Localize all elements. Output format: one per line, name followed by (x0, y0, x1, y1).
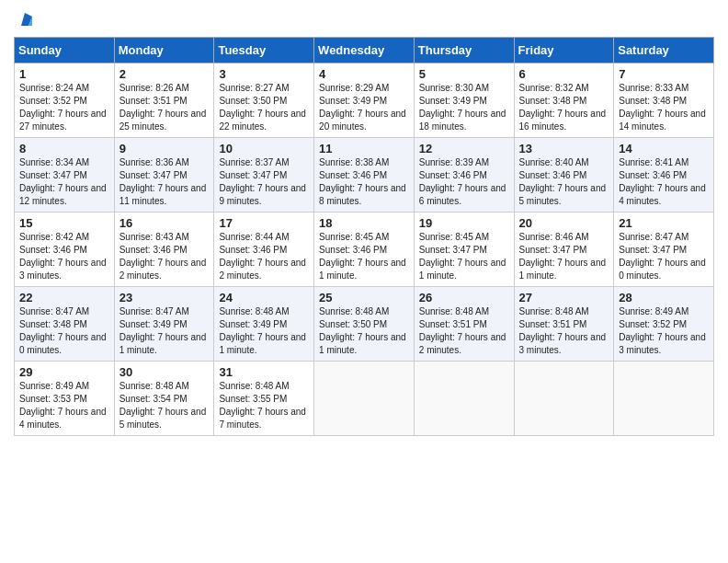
day-number: 20 (519, 216, 609, 230)
day-info: Sunrise: 8:48 AM Sunset: 3:49 PM Dayligh… (219, 305, 309, 357)
day-info: Sunrise: 8:45 AM Sunset: 3:47 PM Dayligh… (419, 231, 509, 282)
calendar-week-row: 1 Sunrise: 8:24 AM Sunset: 3:52 PM Dayli… (15, 63, 714, 138)
day-info: Sunrise: 8:33 AM Sunset: 3:48 PM Dayligh… (619, 82, 709, 133)
day-number: 23 (119, 291, 210, 304)
day-number: 27 (519, 291, 609, 304)
day-info: Sunrise: 8:27 AM Sunset: 3:50 PM Dayligh… (219, 82, 309, 133)
day-number: 28 (619, 291, 709, 304)
day-number: 3 (219, 67, 309, 81)
day-info: Sunrise: 8:40 AM Sunset: 3:46 PM Dayligh… (519, 156, 609, 208)
day-info: Sunrise: 8:30 AM Sunset: 3:49 PM Dayligh… (419, 82, 509, 133)
day-info: Sunrise: 8:39 AM Sunset: 3:46 PM Dayligh… (419, 156, 509, 208)
calendar-cell: 14 Sunrise: 8:41 AM Sunset: 3:46 PM Dayl… (614, 138, 714, 213)
day-of-week-header: Saturday (614, 38, 714, 63)
day-number: 2 (119, 67, 210, 81)
calendar-cell: 16 Sunrise: 8:43 AM Sunset: 3:46 PM Dayl… (114, 213, 214, 287)
day-number: 13 (519, 142, 609, 155)
calendar-cell: 31 Sunrise: 8:48 AM Sunset: 3:55 PM Dayl… (214, 362, 314, 436)
calendar-header-row: SundayMondayTuesdayWednesdayThursdayFrid… (15, 38, 714, 63)
day-number: 19 (419, 216, 509, 230)
calendar-cell: 24 Sunrise: 8:48 AM Sunset: 3:49 PM Dayl… (214, 287, 314, 362)
day-number: 21 (619, 216, 709, 230)
day-number: 6 (519, 67, 609, 81)
day-of-week-header: Monday (114, 38, 214, 63)
calendar-cell: 17 Sunrise: 8:44 AM Sunset: 3:46 PM Dayl… (214, 213, 314, 287)
day-number: 4 (319, 67, 409, 81)
day-info: Sunrise: 8:34 AM Sunset: 3:47 PM Dayligh… (19, 156, 109, 208)
day-info: Sunrise: 8:32 AM Sunset: 3:48 PM Dayligh… (519, 82, 609, 133)
day-info: Sunrise: 8:38 AM Sunset: 3:46 PM Dayligh… (319, 156, 409, 208)
page-header (14, 9, 714, 29)
day-info: Sunrise: 8:49 AM Sunset: 3:52 PM Dayligh… (619, 305, 709, 357)
calendar-cell: 12 Sunrise: 8:39 AM Sunset: 3:46 PM Dayl… (414, 138, 514, 213)
day-number: 22 (19, 291, 109, 304)
day-number: 16 (119, 216, 210, 230)
calendar-cell: 22 Sunrise: 8:47 AM Sunset: 3:48 PM Dayl… (15, 287, 115, 362)
day-info: Sunrise: 8:36 AM Sunset: 3:47 PM Dayligh… (119, 156, 210, 208)
day-number: 5 (419, 67, 509, 81)
day-number: 17 (219, 216, 309, 230)
day-info: Sunrise: 8:41 AM Sunset: 3:46 PM Dayligh… (619, 156, 709, 208)
calendar-cell: 18 Sunrise: 8:45 AM Sunset: 3:46 PM Dayl… (314, 213, 415, 287)
day-number: 9 (119, 142, 210, 155)
day-number: 11 (319, 142, 409, 155)
calendar-week-row: 15 Sunrise: 8:42 AM Sunset: 3:46 PM Dayl… (15, 213, 714, 287)
day-info: Sunrise: 8:48 AM Sunset: 3:50 PM Dayligh… (319, 305, 409, 357)
calendar-cell: 30 Sunrise: 8:48 AM Sunset: 3:54 PM Dayl… (114, 362, 214, 436)
day-number: 26 (419, 291, 509, 304)
day-number: 15 (19, 216, 109, 230)
calendar-cell: 25 Sunrise: 8:48 AM Sunset: 3:50 PM Dayl… (314, 287, 415, 362)
calendar-cell: 20 Sunrise: 8:46 AM Sunset: 3:47 PM Dayl… (514, 213, 614, 287)
calendar-week-row: 29 Sunrise: 8:49 AM Sunset: 3:53 PM Dayl… (15, 362, 714, 436)
calendar-cell: 19 Sunrise: 8:45 AM Sunset: 3:47 PM Dayl… (414, 213, 514, 287)
calendar-cell: 2 Sunrise: 8:26 AM Sunset: 3:51 PM Dayli… (114, 63, 214, 138)
calendar-cell (414, 362, 514, 436)
calendar-table: SundayMondayTuesdayWednesdayThursdayFrid… (14, 37, 714, 436)
day-info: Sunrise: 8:43 AM Sunset: 3:46 PM Dayligh… (119, 231, 210, 282)
calendar-cell: 26 Sunrise: 8:48 AM Sunset: 3:51 PM Dayl… (414, 287, 514, 362)
calendar-cell: 21 Sunrise: 8:47 AM Sunset: 3:47 PM Dayl… (614, 213, 714, 287)
day-info: Sunrise: 8:47 AM Sunset: 3:49 PM Dayligh… (119, 305, 210, 357)
day-info: Sunrise: 8:46 AM Sunset: 3:47 PM Dayligh… (519, 231, 609, 282)
logo (14, 9, 36, 29)
calendar-cell: 27 Sunrise: 8:48 AM Sunset: 3:51 PM Dayl… (514, 287, 614, 362)
day-number: 8 (19, 142, 109, 155)
day-info: Sunrise: 8:29 AM Sunset: 3:49 PM Dayligh… (319, 82, 409, 133)
day-of-week-header: Tuesday (214, 38, 314, 63)
calendar-cell (314, 362, 415, 436)
calendar-cell: 9 Sunrise: 8:36 AM Sunset: 3:47 PM Dayli… (114, 138, 214, 213)
day-of-week-header: Sunday (15, 38, 115, 63)
calendar-cell: 13 Sunrise: 8:40 AM Sunset: 3:46 PM Dayl… (514, 138, 614, 213)
calendar-cell: 23 Sunrise: 8:47 AM Sunset: 3:49 PM Dayl… (114, 287, 214, 362)
day-info: Sunrise: 8:48 AM Sunset: 3:51 PM Dayligh… (519, 305, 609, 357)
day-number: 12 (419, 142, 509, 155)
calendar-cell: 4 Sunrise: 8:29 AM Sunset: 3:49 PM Dayli… (314, 63, 415, 138)
day-info: Sunrise: 8:47 AM Sunset: 3:48 PM Dayligh… (19, 305, 109, 357)
calendar-cell: 11 Sunrise: 8:38 AM Sunset: 3:46 PM Dayl… (314, 138, 415, 213)
day-number: 29 (19, 365, 109, 379)
day-number: 31 (219, 365, 309, 379)
calendar-week-row: 8 Sunrise: 8:34 AM Sunset: 3:47 PM Dayli… (15, 138, 714, 213)
day-info: Sunrise: 8:48 AM Sunset: 3:54 PM Dayligh… (119, 380, 210, 431)
day-info: Sunrise: 8:44 AM Sunset: 3:46 PM Dayligh… (219, 231, 309, 282)
day-number: 25 (319, 291, 409, 304)
calendar-cell: 10 Sunrise: 8:37 AM Sunset: 3:47 PM Dayl… (214, 138, 314, 213)
logo-icon (16, 9, 36, 29)
calendar-cell: 7 Sunrise: 8:33 AM Sunset: 3:48 PM Dayli… (614, 63, 714, 138)
calendar-cell: 3 Sunrise: 8:27 AM Sunset: 3:50 PM Dayli… (214, 63, 314, 138)
day-of-week-header: Thursday (414, 38, 514, 63)
day-info: Sunrise: 8:26 AM Sunset: 3:51 PM Dayligh… (119, 82, 210, 133)
calendar-week-row: 22 Sunrise: 8:47 AM Sunset: 3:48 PM Dayl… (15, 287, 714, 362)
calendar-cell: 28 Sunrise: 8:49 AM Sunset: 3:52 PM Dayl… (614, 287, 714, 362)
day-of-week-header: Wednesday (314, 38, 415, 63)
day-number: 10 (219, 142, 309, 155)
day-number: 7 (619, 67, 709, 81)
day-number: 1 (19, 67, 109, 81)
calendar-cell: 29 Sunrise: 8:49 AM Sunset: 3:53 PM Dayl… (15, 362, 115, 436)
calendar-cell (514, 362, 614, 436)
day-number: 14 (619, 142, 709, 155)
day-info: Sunrise: 8:42 AM Sunset: 3:46 PM Dayligh… (19, 231, 109, 282)
day-info: Sunrise: 8:48 AM Sunset: 3:55 PM Dayligh… (219, 380, 309, 431)
day-info: Sunrise: 8:47 AM Sunset: 3:47 PM Dayligh… (619, 231, 709, 282)
calendar-cell: 1 Sunrise: 8:24 AM Sunset: 3:52 PM Dayli… (15, 63, 115, 138)
